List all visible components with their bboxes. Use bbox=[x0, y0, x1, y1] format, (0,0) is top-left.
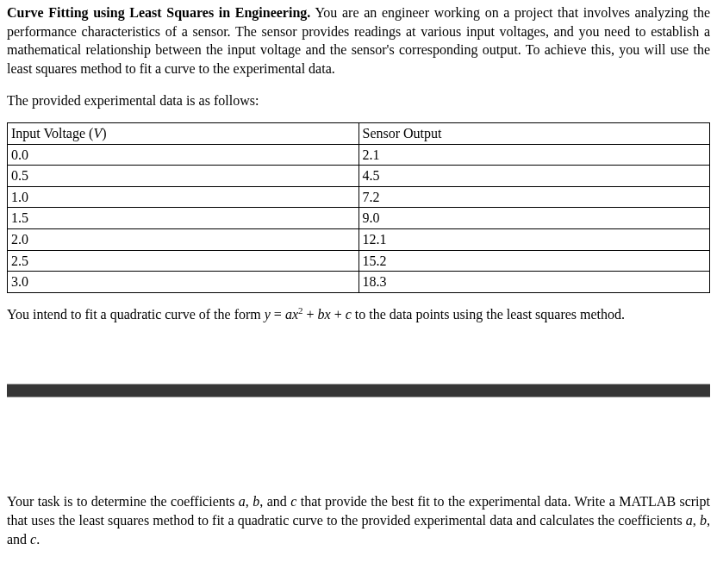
intro-paragraph: Curve Fitting using Least Squares in Eng… bbox=[7, 3, 710, 78]
cell-output: 15.2 bbox=[358, 250, 710, 272]
cell-voltage: 1.5 bbox=[8, 208, 359, 229]
cell-output: 4.5 bbox=[358, 166, 710, 187]
data-label: The provided experimental data is as fol… bbox=[7, 91, 710, 110]
divider-line-bottom bbox=[7, 397, 710, 397]
divider-bar bbox=[7, 385, 710, 397]
table-header-row: Input Voltage (V) Sensor Output bbox=[8, 122, 710, 144]
table-row: 1.5 9.0 bbox=[8, 208, 710, 229]
data-table: Input Voltage (V) Sensor Output 0.0 2.1 … bbox=[7, 122, 710, 293]
cell-output: 18.3 bbox=[358, 272, 710, 293]
cell-voltage: 0.5 bbox=[8, 166, 359, 187]
cell-output: 2.1 bbox=[358, 144, 710, 166]
table-row: 1.0 7.2 bbox=[8, 186, 710, 208]
table-row: 0.0 2.1 bbox=[8, 144, 710, 166]
cell-voltage: 1.0 bbox=[8, 186, 359, 208]
fit-paragraph: You intend to fit a quadratic curve of t… bbox=[7, 305, 710, 324]
task-paragraph: Your task is to determine the coefficien… bbox=[7, 492, 710, 548]
table-row: 2.0 12.1 bbox=[8, 228, 710, 250]
table-header-col2: Sensor Output bbox=[358, 122, 710, 144]
cell-voltage: 0.0 bbox=[8, 144, 359, 166]
table-row: 2.5 15.2 bbox=[8, 250, 710, 272]
table-row: 3.0 18.3 bbox=[8, 272, 710, 293]
page-divider bbox=[7, 384, 710, 397]
cell-voltage: 2.0 bbox=[8, 228, 359, 250]
cell-output: 12.1 bbox=[358, 228, 710, 250]
intro-title: Curve Fitting using Least Squares in Eng… bbox=[7, 5, 310, 20]
cell-voltage: 3.0 bbox=[8, 272, 359, 293]
table-header-col1: Input Voltage (V) bbox=[8, 122, 359, 144]
cell-output: 9.0 bbox=[358, 208, 710, 229]
cell-output: 7.2 bbox=[358, 186, 710, 208]
cell-voltage: 2.5 bbox=[8, 250, 359, 272]
table-row: 0.5 4.5 bbox=[8, 166, 710, 187]
